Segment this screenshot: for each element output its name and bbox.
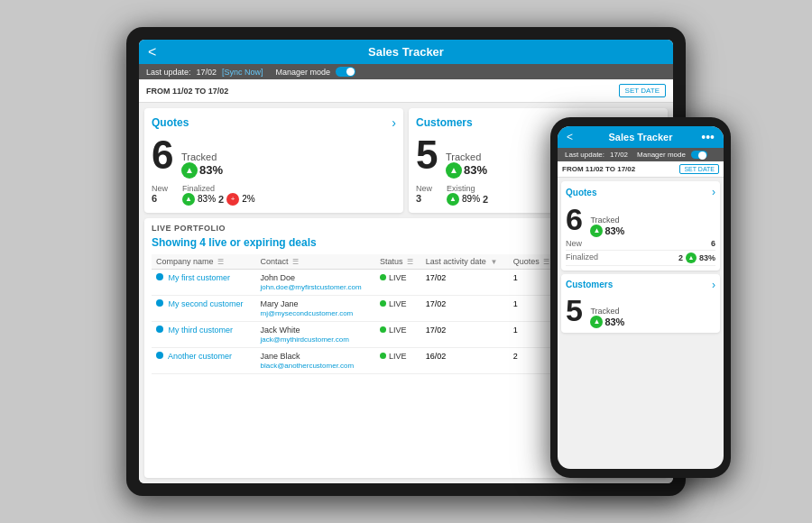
phone-quotes-arrow[interactable]: › bbox=[712, 186, 715, 198]
phone-quotes-card: Quotes › 6 Tracked ▲ 83% New 6 bbox=[561, 181, 720, 271]
phone-finalized-number: 2 bbox=[678, 253, 683, 262]
phone-app-header: < Sales Tracker ••• bbox=[558, 126, 724, 148]
status-dot bbox=[380, 274, 386, 280]
status-live: LIVE bbox=[380, 326, 417, 335]
phone-set-date-button[interactable]: SET DATE bbox=[679, 164, 719, 174]
last-update-label: Last update: bbox=[146, 68, 191, 77]
phone-quotes-tracked-label: Tracked bbox=[590, 216, 624, 225]
phone-sub-header: Last update: 17/02 Manager mode bbox=[558, 148, 724, 161]
phone-new-label: New bbox=[566, 239, 582, 248]
company-link[interactable]: My first customer bbox=[169, 273, 231, 282]
quotes-tracked-label: Tracked bbox=[181, 151, 223, 162]
phone-dots[interactable]: ••• bbox=[701, 130, 715, 144]
phone-customers-header: Customers › bbox=[566, 279, 715, 291]
phone-stat-finalized: Finalized 2 ▲ 83% bbox=[566, 251, 715, 266]
customers-existing-row: ▲ 89% 2 bbox=[447, 193, 488, 206]
phone-customers-card: Customers › 5 Tracked ▲ 83% bbox=[561, 274, 720, 333]
phone-quotes-body: 6 Tracked ▲ 83% bbox=[566, 204, 715, 237]
phone-customers-big-number: 5 bbox=[566, 295, 583, 326]
quotes-pct-text: 83% bbox=[199, 163, 223, 177]
quotes-finalized-down: + bbox=[226, 193, 239, 206]
contact-email[interactable]: john.doe@myfirstcustomer.com bbox=[260, 283, 361, 291]
phone-customers-up-arrow: ▲ bbox=[590, 316, 603, 328]
customers-card-title: Customers bbox=[416, 116, 473, 129]
company-link[interactable]: My second customer bbox=[169, 299, 244, 308]
set-date-button[interactable]: SET DATE bbox=[619, 84, 666, 97]
quotes-new-value: 6 bbox=[152, 193, 168, 204]
quotes-new-label: New bbox=[152, 184, 168, 193]
contact-email[interactable]: black@anothercustomer.com bbox=[260, 362, 354, 370]
customers-big-number: 5 bbox=[416, 135, 438, 175]
sync-link[interactable]: [Sync Now] bbox=[222, 68, 263, 77]
quotes-card-body: 6 Tracked ▲ 83% bbox=[152, 135, 396, 179]
phone-quotes-tracked-pct: ▲ 83% bbox=[590, 225, 624, 237]
cell-activity: 17/02 bbox=[421, 321, 509, 347]
cell-status: LIVE bbox=[375, 269, 421, 295]
phone-customers-body: 5 Tracked ▲ 83% bbox=[566, 295, 715, 328]
phone-customers-title: Customers bbox=[566, 280, 613, 289]
cell-contact: Jack White jack@mythirdcustomer.com bbox=[255, 321, 374, 347]
phone-finalized-label: Finalized bbox=[566, 252, 598, 263]
contact-email[interactable]: jack@mythirdcustomer.com bbox=[260, 335, 348, 344]
phone-stat-new: New 6 bbox=[566, 237, 715, 251]
customers-tracked-info: Tracked ▲ 83% bbox=[446, 151, 487, 179]
contact-name: John Doe bbox=[260, 273, 295, 282]
phone-app-title: Sales Tracker bbox=[609, 132, 673, 142]
quotes-finalized-up: ▲ bbox=[182, 193, 195, 206]
th-status: Status ☰ bbox=[375, 254, 421, 270]
phone-quotes-tracked: Tracked ▲ 83% bbox=[590, 216, 624, 237]
quotes-card-title: Quotes bbox=[152, 116, 189, 129]
phone-device: < Sales Tracker ••• Last update: 17/02 M… bbox=[550, 117, 731, 478]
quotes-card-arrow[interactable]: › bbox=[392, 115, 396, 130]
phone-customers-arrow[interactable]: › bbox=[712, 279, 715, 291]
phone-new-value: 6 bbox=[711, 239, 715, 248]
date-range: FROM 11/02 TO 17/02 bbox=[146, 87, 228, 96]
phone-finalized-value: 2 ▲ 83% bbox=[678, 252, 715, 263]
back-arrow-icon[interactable]: < bbox=[148, 44, 156, 60]
phone-manager-mode-label: Manager mode bbox=[637, 151, 686, 159]
phone-screen: < Sales Tracker ••• Last update: 17/02 M… bbox=[558, 126, 724, 469]
quotes-new-stat: New 6 bbox=[152, 184, 168, 206]
cell-activity: 17/02 bbox=[421, 295, 509, 321]
phone-manager-toggle[interactable] bbox=[691, 151, 707, 159]
phone-quotes-title: Quotes bbox=[566, 188, 596, 197]
customers-tracked-pct: ▲ 83% bbox=[446, 162, 487, 179]
customers-new-stat: New 3 bbox=[416, 184, 432, 206]
cell-contact: Mary Jane mj@mysecondcustomer.com bbox=[255, 295, 374, 321]
phone-quotes-big-number: 6 bbox=[566, 204, 583, 234]
phone-quotes-header: Quotes › bbox=[566, 186, 715, 198]
quotes-finalized-pct: 83% bbox=[198, 194, 216, 204]
app-title: Sales Tracker bbox=[368, 45, 444, 59]
phone-quotes-pct: 83% bbox=[604, 225, 624, 236]
status-live: LIVE bbox=[380, 352, 417, 361]
manager-mode-label: Manager mode bbox=[276, 68, 331, 77]
customers-existing-label: Existing bbox=[447, 184, 488, 193]
company-dot bbox=[156, 352, 163, 359]
th-last-activity: Last activity date ▼ bbox=[421, 254, 509, 270]
quotes-card: Quotes › 6 Tracked ▲ 83% bbox=[144, 108, 403, 213]
quotes-card-stats: New 6 Finalized ▲ 83% 2 + 2% bbox=[152, 184, 396, 206]
manager-mode-toggle[interactable] bbox=[336, 67, 355, 77]
quotes-finalized-label: Finalized bbox=[182, 184, 255, 193]
customers-new-value: 3 bbox=[416, 193, 432, 204]
phone-finalized-badge: ▲ bbox=[686, 252, 697, 263]
cell-status: LIVE bbox=[375, 321, 421, 347]
status-live: LIVE bbox=[380, 299, 417, 308]
quotes-finalized-stat: Finalized ▲ 83% 2 + 2% bbox=[182, 184, 255, 206]
quotes-tracked-pct: ▲ 83% bbox=[181, 162, 223, 179]
company-link[interactable]: Another customer bbox=[168, 352, 232, 361]
phone-quotes-up-arrow: ▲ bbox=[590, 225, 603, 237]
status-dot bbox=[380, 300, 386, 307]
phone-date-range: FROM 11/02 TO 17/02 bbox=[562, 165, 635, 173]
company-link[interactable]: My third customer bbox=[169, 326, 234, 335]
customers-existing-value: 2 bbox=[483, 194, 488, 205]
contact-name: Jack White bbox=[260, 326, 300, 335]
contact-email[interactable]: mj@mysecondcustomer.com bbox=[260, 309, 353, 317]
cell-status: LIVE bbox=[375, 347, 421, 373]
phone-back-arrow[interactable]: < bbox=[567, 131, 573, 143]
quotes-finalized-neg: 2% bbox=[242, 194, 254, 204]
phone-last-update-value: 17/02 bbox=[610, 151, 628, 159]
company-dot bbox=[156, 326, 163, 333]
quotes-card-header: Quotes › bbox=[152, 115, 396, 130]
customers-tracked-label: Tracked bbox=[446, 151, 487, 162]
